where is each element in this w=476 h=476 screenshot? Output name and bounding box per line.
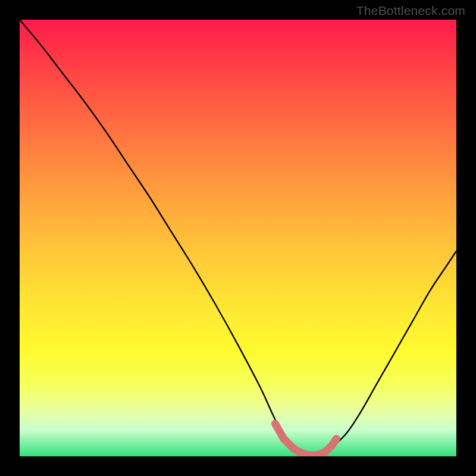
highlight-points	[272, 420, 340, 456]
highlight-dot	[333, 435, 340, 443]
highlight-dot	[328, 441, 336, 449]
highlight-dot	[272, 420, 278, 427]
plot-area	[20, 20, 456, 456]
highlight-dot	[289, 444, 296, 452]
highlight-dot	[280, 435, 288, 443]
watermark-text: TheBottleneck.com	[356, 4, 465, 18]
curve-layer	[20, 20, 456, 456]
chart-container: TheBottleneck.com	[0, 0, 476, 476]
bottleneck-curve	[20, 20, 456, 455]
highlight-dot	[321, 448, 329, 456]
